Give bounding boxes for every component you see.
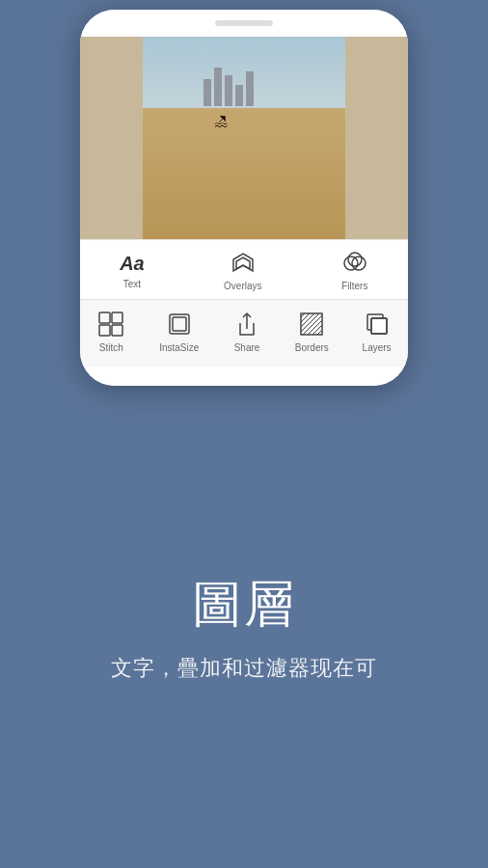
svg-line-14 — [301, 313, 310, 322]
borders-icon — [297, 310, 326, 339]
svg-line-17 — [303, 315, 322, 335]
svg-rect-6 — [112, 312, 122, 323]
speaker — [215, 20, 273, 26]
phone-top-bar — [80, 10, 408, 37]
svg-rect-7 — [99, 325, 110, 336]
toolbar-item-layers[interactable]: Layers — [363, 310, 392, 353]
svg-marker-1 — [236, 258, 250, 269]
toolbar-item-stitch[interactable]: Stitch — [96, 310, 125, 353]
borders-label: Borders — [295, 342, 329, 353]
phone-mockup: 🏖 Aa Text Overlays Filters — [80, 10, 408, 386]
svg-point-2 — [344, 257, 358, 270]
promo-title: 圖層 — [192, 571, 296, 638]
toolbar-item-borders[interactable]: Borders — [295, 310, 329, 353]
svg-rect-10 — [173, 317, 186, 331]
text-label: Text — [123, 279, 141, 289]
overlays-icon — [230, 250, 257, 277]
promo-subtitle: 文字，疊加和过濾器现在可 — [111, 654, 377, 683]
photo-area: 🏖 — [80, 37, 408, 239]
layers-label: Layers — [363, 342, 392, 353]
toolbar-item-filters[interactable]: Filters — [341, 250, 368, 291]
instasize-icon — [165, 310, 194, 339]
toolbar-bottom: Stitch InstaSize Share — [80, 299, 408, 366]
toolbar-item-instasize[interactable]: InstaSize — [159, 310, 199, 353]
svg-point-4 — [348, 253, 362, 266]
share-icon — [232, 310, 261, 339]
svg-point-3 — [352, 257, 366, 270]
photo-overlay — [143, 37, 345, 239]
svg-line-16 — [301, 313, 319, 332]
filters-label: Filters — [341, 281, 367, 291]
stitch-icon — [96, 310, 125, 339]
svg-rect-5 — [99, 312, 110, 323]
instasize-label: InstaSize — [159, 342, 199, 353]
filters-icon — [341, 250, 368, 277]
stitch-label: Stitch — [99, 342, 123, 353]
share-label: Share — [234, 342, 260, 353]
layers-icon — [363, 310, 392, 339]
text-icon: Aa — [120, 253, 145, 275]
toolbar-item-overlays[interactable]: Overlays — [224, 250, 261, 291]
toolbar-top: Aa Text Overlays Filters — [80, 239, 408, 299]
promo-area: 圖層 文字，疊加和过濾器现在可 — [92, 386, 396, 868]
photo-image: 🏖 — [143, 37, 345, 239]
svg-rect-8 — [112, 325, 122, 336]
toolbar-item-text[interactable]: Aa Text — [120, 253, 145, 289]
toolbar-item-share[interactable]: Share — [232, 310, 261, 353]
overlays-label: Overlays — [224, 281, 261, 291]
svg-rect-22 — [371, 318, 387, 334]
svg-line-19 — [312, 325, 322, 335]
phone-bottom-padding — [80, 366, 408, 386]
